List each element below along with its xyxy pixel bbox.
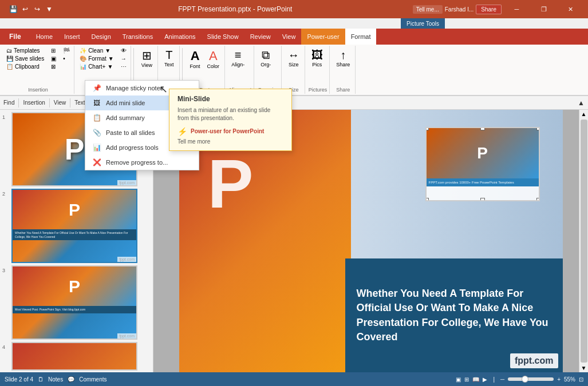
tooltip-link[interactable]: Power-user for PowerPoint — [191, 128, 264, 134]
view-normal-icon[interactable]: ▣ — [456, 376, 461, 383]
handle-bl[interactable] — [425, 198, 429, 201]
notes-label[interactable]: Notes — [48, 376, 63, 383]
slide-thumb-3[interactable]: 3 P Most Viewed Post: PowerPoint Sign. V… — [2, 265, 151, 340]
view-slidesorter-icon[interactable]: ⊞ — [464, 376, 469, 383]
redo-icon[interactable]: ↪ — [32, 4, 42, 14]
handle-br[interactable] — [536, 198, 540, 201]
collapse-ribbon-icon[interactable]: ▲ — [578, 99, 585, 107]
ribbon-btn-chartplus[interactable]: 📊 Chart+▼ — [78, 63, 116, 70]
slide-img-4[interactable] — [11, 342, 137, 371]
undo-icon[interactable]: ↩ — [20, 4, 30, 14]
close-button[interactable]: ✕ — [558, 0, 583, 18]
fppt-badge: fppt.com — [510, 353, 558, 368]
pictures-label: Pictures — [309, 87, 327, 93]
templates-icon: 🗂 — [6, 47, 12, 54]
canvas-p-letter: P — [208, 144, 254, 223]
view-icon: ⊞ — [142, 49, 152, 62]
ribbon-group-size: ↔ Size Size — [283, 46, 305, 94]
menu-slideshow[interactable]: Slide Show — [202, 29, 244, 45]
handle-tr[interactable] — [536, 127, 540, 130]
title-bar-right: Tell me... Farshad I... Share ─ ❐ ✕ — [413, 0, 583, 18]
sticky-icon: 📌 — [92, 83, 101, 93]
scroll-up[interactable]: ▲ — [580, 110, 588, 118]
ribbon-btn-bullet[interactable]: • — [61, 55, 72, 62]
ribbon-btn-flag[interactable]: 🏁 — [61, 47, 72, 54]
vertical-scrollbar[interactable]: ▲ ▼ — [579, 110, 588, 372]
menu-review[interactable]: Review — [244, 29, 277, 45]
handle-tl[interactable] — [425, 127, 429, 130]
comments-label[interactable]: Comments — [79, 376, 106, 383]
ribbon-btn-shapes[interactable]: ▣ — [49, 55, 58, 62]
ribbon-btn-alignment[interactable]: ≡ Align- — [228, 47, 247, 69]
ribbon-btn-more[interactable]: ⊠ — [49, 63, 58, 70]
menu-format[interactable]: Format — [345, 29, 377, 45]
handle-bc[interactable] — [480, 198, 485, 201]
pictures-icon: 🖼 — [311, 49, 323, 62]
zoom-out-icon[interactable]: ─ — [500, 376, 504, 383]
ribbon-btn-color[interactable]: A Color — [204, 47, 223, 71]
font-icon: A — [191, 49, 200, 63]
paste-icon: 📎 — [92, 128, 101, 137]
scroll-down[interactable]: ▼ — [580, 364, 588, 372]
title-bar-left: 💾 ↩ ↪ ▼ — [5, 4, 58, 14]
zoom-slider[interactable] — [508, 377, 554, 381]
ribbon-btn-clipboard[interactable]: 📋 Clipboard — [5, 63, 46, 70]
menu-transitions[interactable]: Transitions — [117, 29, 159, 45]
menu-insert[interactable]: Insert — [58, 29, 86, 45]
notes-icon: 🗒 — [38, 376, 44, 383]
menu-view[interactable]: View — [277, 29, 302, 45]
fit-slide-icon[interactable]: ⊡ — [579, 376, 583, 383]
menu-animations[interactable]: Animations — [159, 29, 201, 45]
slide-thumb-2[interactable]: 2 P Whether You Need A Template For Offi… — [2, 189, 151, 263]
save-icon[interactable]: 💾 — [8, 4, 18, 14]
color-icon: A — [209, 49, 218, 63]
share-icon: ↑ — [340, 49, 346, 62]
menu-design[interactable]: Design — [86, 29, 117, 45]
menu-file[interactable]: File — [0, 29, 30, 45]
ribbon-btn-clean[interactable]: ✨ Clean▼ — [78, 47, 116, 54]
dropdown-item-remove-progress[interactable]: ❌ Remove progress to... — [85, 155, 199, 170]
text-icon: T — [165, 49, 172, 62]
ribbon-btn-dots[interactable]: ⋯ — [119, 63, 128, 70]
restore-button[interactable]: ❐ — [531, 0, 557, 18]
window-controls: ─ ❐ ✕ — [504, 0, 583, 18]
zoom-in-icon[interactable]: + — [557, 376, 561, 383]
minimize-button[interactable]: ─ — [504, 0, 530, 18]
ribbon-btn-font[interactable]: A Font — [187, 47, 203, 71]
picture-tools-label: Picture Tools — [401, 18, 445, 29]
handle-tc[interactable] — [480, 127, 485, 130]
slide-img-2[interactable]: P Whether You Need A Template For Offici… — [11, 189, 137, 263]
ribbon-btn-view[interactable]: ⊞ View — [139, 47, 155, 70]
ribbon-group-content: 🗂 Templates 💾 Save slides 📋 Clipboard ⊞ … — [5, 47, 72, 70]
clipboard-icon: 📋 — [6, 63, 13, 70]
ribbon-btn-pictures[interactable]: 🖼 Pics — [309, 47, 326, 69]
customize-icon[interactable]: ▼ — [44, 4, 54, 14]
view-slideshow-icon[interactable]: ▶ — [483, 376, 487, 383]
ribbon-btn-organize[interactable]: ⧉ Org- — [258, 47, 274, 69]
ribbon-btn-arrow[interactable]: → — [119, 55, 128, 62]
ribbon-btn-format[interactable]: 🎨 Format▼ — [78, 55, 116, 62]
mini-slide-icon: 🖼 — [92, 98, 101, 108]
mini-slide-box[interactable]: P FPPT.com provides 10000+ Free PowerPoi… — [425, 127, 540, 201]
ribbon-btn-saveslides[interactable]: 💾 Save slides — [5, 55, 46, 62]
canvas-main-text: Whether You Need A Template For Official… — [357, 286, 551, 344]
tooltip-tell-more[interactable]: Tell me more — [177, 138, 283, 145]
zoom-slider-thumb[interactable] — [522, 376, 528, 383]
ribbon-btn-icons[interactable]: ⊞ — [49, 47, 58, 54]
share-button[interactable]: Share — [476, 5, 502, 14]
ribbon-btn-templates[interactable]: 🗂 Templates — [5, 47, 46, 54]
scroll-thumb[interactable] — [581, 120, 587, 363]
menu-home[interactable]: Home — [30, 29, 58, 45]
mini-slide-text: FPPT.com provides 10000+ Free PowerPoint… — [427, 178, 539, 186]
ribbon-btn-text[interactable]: T Text — [161, 47, 177, 69]
ribbon-btn-eye[interactable]: 👁 — [119, 47, 128, 54]
view-cmd-label: View — [54, 100, 66, 106]
ribbon-btn-size[interactable]: ↔ Size — [285, 47, 302, 69]
slide-thumb-4[interactable]: 4 — [2, 342, 151, 371]
menu-poweruser[interactable]: Power-user — [301, 29, 345, 45]
slide-img-3[interactable]: P Most Viewed Post: PowerPoint Sign. Vis… — [11, 265, 137, 340]
view-reading-icon[interactable]: 📖 — [472, 376, 479, 383]
ribbon-btn-share[interactable]: ↑ Share — [333, 47, 353, 69]
cmd-sep-1 — [18, 98, 19, 108]
tell-me-box[interactable]: Tell me... — [413, 5, 443, 14]
